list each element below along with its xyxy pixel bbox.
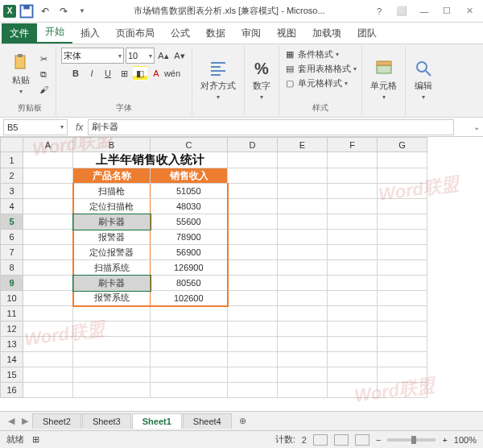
zoom-out-button[interactable]: −: [376, 435, 381, 445]
tab-nav-prev-icon[interactable]: ◀: [5, 416, 18, 426]
expand-formula-icon[interactable]: ⌄: [470, 122, 483, 131]
fill-color-button[interactable]: ◧: [133, 66, 147, 81]
col-header[interactable]: E: [278, 138, 328, 152]
tab-layout[interactable]: 页面布局: [108, 23, 163, 44]
tab-addin[interactable]: 加载项: [304, 23, 349, 44]
name-box[interactable]: B5▾: [3, 119, 68, 135]
row-header[interactable]: 16: [1, 383, 23, 398]
row-header[interactable]: 12: [1, 321, 23, 337]
sheet-tab-active[interactable]: Sheet1: [132, 413, 182, 429]
row-header[interactable]: 6: [1, 230, 23, 245]
cell-style-button[interactable]: ▢单元格样式▾: [284, 77, 348, 90]
maximize-icon[interactable]: ☐: [436, 3, 457, 19]
row-header[interactable]: 14: [1, 352, 23, 367]
tab-formula[interactable]: 公式: [163, 23, 198, 44]
save-icon[interactable]: [19, 3, 35, 19]
row-header[interactable]: 15: [1, 367, 23, 383]
format-painter-icon[interactable]: 🖌: [36, 82, 51, 97]
cell-selected[interactable]: 刷卡器: [73, 276, 151, 291]
redo-icon[interactable]: ↷: [56, 3, 72, 19]
cell[interactable]: 定位报警器: [73, 245, 151, 260]
qat-more-icon[interactable]: ▼: [74, 3, 90, 19]
row-header[interactable]: 3: [1, 184, 23, 199]
cell[interactable]: 扫描枪: [73, 184, 151, 199]
sheet-tab[interactable]: Sheet4: [183, 413, 232, 429]
col-header[interactable]: B: [73, 138, 151, 152]
tab-home[interactable]: 开始: [37, 22, 72, 44]
view-layout-icon[interactable]: [334, 434, 349, 446]
cell[interactable]: 48030: [151, 199, 228, 214]
paste-button[interactable]: 粘贴 ▾: [8, 52, 34, 97]
font-name-select[interactable]: 宋体▾: [61, 48, 124, 64]
col-header[interactable]: F: [328, 138, 378, 152]
cells-button[interactable]: 单元格▾: [367, 57, 400, 102]
zoom-slider[interactable]: [387, 438, 436, 442]
view-normal-icon[interactable]: [313, 434, 328, 446]
row-header[interactable]: 4: [1, 199, 23, 214]
increase-font-icon[interactable]: A▴: [156, 48, 171, 63]
border-button[interactable]: ⊞: [117, 66, 131, 81]
conditional-format-button[interactable]: ▦条件格式▾: [284, 48, 339, 61]
select-all-cell[interactable]: [1, 138, 23, 152]
tab-data[interactable]: 数据: [198, 23, 233, 44]
table-header[interactable]: 销售收入: [151, 168, 228, 184]
sheet-tab[interactable]: Sheet2: [32, 413, 81, 429]
tab-insert[interactable]: 插入: [72, 23, 108, 44]
ribbon-display-icon[interactable]: ⬜: [391, 3, 412, 19]
fx-icon[interactable]: fx: [71, 122, 88, 133]
formula-bar[interactable]: 刷卡器: [88, 119, 454, 135]
view-pagebreak-icon[interactable]: [355, 434, 369, 446]
zoom-level[interactable]: 100%: [454, 435, 477, 445]
cell[interactable]: 报警器: [73, 230, 151, 245]
sheet-tab[interactable]: Sheet3: [82, 413, 131, 429]
phonetic-button[interactable]: wén: [165, 66, 180, 81]
tab-team[interactable]: 团队: [349, 23, 385, 44]
col-header[interactable]: A: [23, 138, 73, 152]
table-format-button[interactable]: ▤套用表格格式▾: [284, 62, 357, 76]
cell[interactable]: 55600: [151, 214, 228, 230]
close-icon[interactable]: ✕: [459, 3, 480, 19]
tab-file[interactable]: 文件: [2, 23, 37, 44]
col-header[interactable]: G: [378, 138, 427, 152]
underline-button[interactable]: U: [101, 66, 115, 81]
undo-icon[interactable]: ↶: [37, 3, 53, 19]
number-button[interactable]: %数字▾: [250, 58, 274, 102]
minimize-icon[interactable]: —: [414, 3, 435, 19]
cell-selected[interactable]: 刷卡器: [73, 214, 151, 230]
table-header[interactable]: 产品名称: [73, 168, 151, 184]
tab-review[interactable]: 审阅: [233, 23, 269, 44]
row-header[interactable]: 11: [1, 306, 23, 321]
column-headers[interactable]: A B C D E F G: [1, 138, 427, 152]
table-title[interactable]: 上半年销售收入统计: [73, 152, 228, 168]
copy-icon[interactable]: ⧉: [36, 67, 51, 81]
row-header[interactable]: 5: [1, 214, 23, 230]
cell[interactable]: 80560: [151, 276, 228, 291]
status-filter-icon[interactable]: ⊞: [32, 434, 39, 445]
row-header[interactable]: 7: [1, 245, 23, 260]
cell[interactable]: 78900: [151, 230, 228, 245]
cell[interactable]: 定位扫描枪: [73, 199, 151, 214]
bold-button[interactable]: B: [68, 66, 83, 81]
tab-nav-next-icon[interactable]: ▶: [19, 416, 31, 426]
cell[interactable]: 扫描系统: [73, 260, 151, 276]
row-header[interactable]: 9: [1, 276, 23, 291]
italic-button[interactable]: I: [85, 66, 99, 81]
zoom-in-button[interactable]: +: [442, 435, 447, 445]
cell[interactable]: 126900: [151, 260, 228, 276]
row-header[interactable]: 10: [1, 291, 23, 306]
new-sheet-button[interactable]: ⊕: [233, 416, 253, 426]
decrease-font-icon[interactable]: A▾: [172, 48, 187, 63]
row-header[interactable]: 1: [1, 152, 23, 168]
col-header[interactable]: D: [228, 138, 278, 152]
cell[interactable]: 51050: [151, 184, 228, 199]
worksheet[interactable]: Word联盟 Word联盟 Word联盟 Word联盟 A B C D E F …: [0, 137, 483, 411]
font-size-select[interactable]: 10▾: [126, 48, 155, 64]
align-button[interactable]: 对齐方式▾: [197, 57, 239, 102]
cell[interactable]: 56900: [151, 245, 228, 260]
help-icon[interactable]: ?: [369, 3, 390, 19]
tab-view[interactable]: 视图: [269, 23, 304, 44]
row-header[interactable]: 13: [1, 337, 23, 352]
grid[interactable]: A B C D E F G 1上半年销售收入统计 2产品名称销售收入 3扫描枪5…: [0, 137, 427, 398]
edit-button[interactable]: 编辑▾: [411, 57, 436, 102]
font-color-button[interactable]: A: [149, 66, 163, 81]
